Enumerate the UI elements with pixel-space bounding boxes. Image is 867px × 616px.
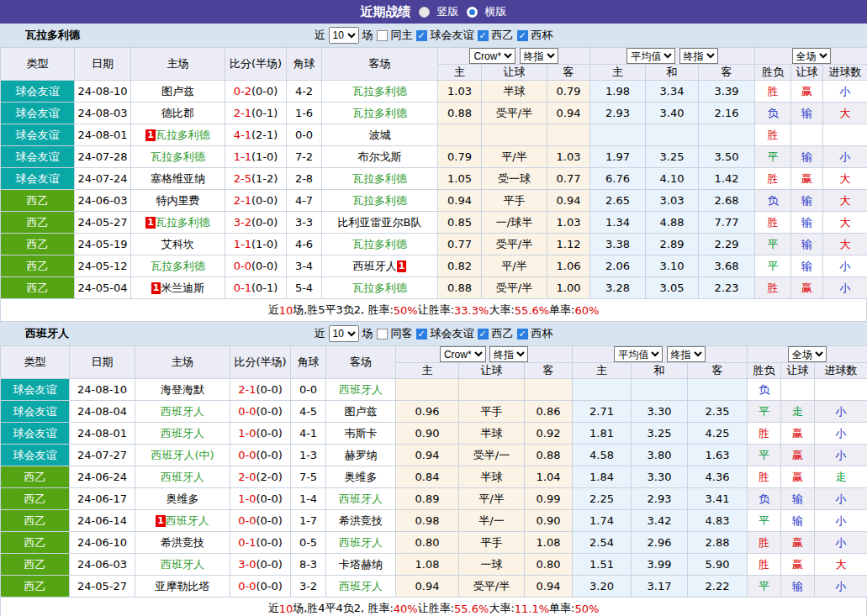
fulltime-score: 4-1 [234,129,251,141]
horizontal-layout-label: 横版 [485,4,507,19]
col-avg-home: 主 [573,363,632,379]
friendly-checkbox[interactable] [416,30,427,41]
summary-text: 55.6% [515,304,549,317]
cell-away: 波城 [322,124,438,146]
cell-date: 24-06-17 [70,488,135,510]
cell-avg: 3.41 [688,488,748,510]
laliga2-checkbox[interactable] [478,30,489,41]
cell-corner: 8-3 [291,554,326,576]
same-venue-checkbox[interactable] [377,30,388,41]
cell-avg [590,124,646,146]
summary-text: 场,胜4平4负2, 胜率: [293,601,394,616]
cell-odds: 1.05 [438,168,482,190]
team-label: 瓦拉多利德 [352,194,407,207]
cell-odds: 0.88 [525,445,573,466]
average-select[interactable]: 平均值 [614,346,663,362]
bookmaker-select[interactable]: Crow* [469,48,515,64]
recent-count-select[interactable]: 10 [329,27,359,44]
cell-odds: 0.85 [438,212,482,234]
cell-odds: 0.98 [396,510,459,532]
fullmatch-select[interactable]: 全场 [788,346,827,362]
cell-date: 24-07-28 [75,146,131,168]
friendly-checkbox[interactable] [416,329,427,340]
team-label: 西班牙人 [339,383,383,396]
col-result: 胜负 [755,65,791,81]
avg-stage-select[interactable]: 终指 [679,48,718,64]
cell-result [781,379,815,401]
fulltime-score: 2-1 [238,383,256,396]
cell-avg: 1.51 [573,554,632,576]
cell-result: 小 [823,81,867,103]
cell-avg: 4.88 [646,212,699,234]
bookmaker-select[interactable]: Crow* [440,346,486,362]
cup-checkbox[interactable] [517,329,528,340]
fulltime-score: 0-1 [238,536,256,549]
fulltime-score: 0-1 [234,282,251,294]
summary-text: 单率: [549,601,574,616]
average-select[interactable]: 平均值 [626,48,675,64]
same-venue-checkbox[interactable] [377,329,388,340]
cell-odds: 受平/半 [482,277,547,299]
cell-score: 2-1(0-0) [230,379,291,401]
horizontal-layout-radio[interactable] [467,7,478,18]
cell-odds: 一/球半 [482,212,547,234]
summary-text: 50% [574,603,599,615]
halftime-score: (0-0) [251,216,278,229]
fulltime-score: 2-1 [234,107,251,119]
cell-result: 大 [823,212,867,234]
cell-result: 胜 [748,466,781,488]
team-label: 图卢兹 [345,405,378,418]
halftime-score: (0-0) [256,514,282,527]
laliga2-checkbox[interactable] [478,329,489,340]
halftime-score: (0-0) [256,383,282,396]
match-row: 西乙24-05-27亚摩勒比塔0-0(0-0)3-2西班牙人0.94受平/半0.… [1,576,867,598]
match-row: 球会友谊24-08-03德比郡2-1(0-1)1-6瓦拉多利德0.88受平/半0… [1,103,867,124]
cell-odds: 1.12 [547,234,590,255]
cell-corner: 1-3 [291,445,326,466]
cell-score: 1-0(0-0) [230,423,291,445]
cell-odds: 0.94 [525,576,573,598]
odds-stage-select[interactable]: 终指 [489,346,528,362]
red-count-badge: 1 [145,217,156,229]
match-row: 西乙24-05-12瓦拉多利德0-0(0-0)3-4西班牙人10.82平/半1.… [1,255,867,277]
radio-dot-icon [469,9,475,15]
col-date: 日期 [70,346,135,379]
cell-league: 西乙 [1,277,75,299]
col-away: 客场 [322,48,438,81]
team-label: 瓦拉多利德 [352,85,407,97]
vertical-layout-radio[interactable] [419,7,430,18]
cell-date: 24-05-27 [75,212,131,234]
team-label: 瓦拉多利德 [151,260,205,272]
cell-home: 图卢兹 [131,81,225,103]
cell-date: 24-07-24 [75,168,131,190]
cell-score: 3-0(0-0) [230,554,291,576]
cell-avg: 3.68 [699,255,755,277]
cell-avg: 1.42 [699,168,755,190]
cell-corner: 5-4 [287,277,322,299]
col-odds-home: 主 [396,363,459,379]
cell-score: 0-0(0-0) [225,255,287,277]
cell-league: 西乙 [1,532,70,554]
cell-avg: 3.17 [632,576,688,598]
cell-date: 24-08-04 [70,401,135,423]
cell-avg: 2.93 [590,103,646,124]
col-avg-draw: 和 [632,363,688,379]
halftime-score: (0-1) [251,107,278,119]
cell-avg: 3.25 [632,423,688,445]
cell-result: 小 [815,423,867,445]
match-row: 西乙24-06-17奥维多1-0(0-0)1-4西班牙人0.89平/半0.992… [1,488,867,510]
cell-avg: 3.10 [646,255,699,277]
cup-checkbox[interactable] [517,30,528,41]
recent-count-select[interactable]: 10 [329,325,359,342]
cell-result: 负 [748,488,781,510]
fullmatch-select[interactable]: 全场 [792,48,831,64]
cell-league: 西乙 [1,466,70,488]
halftime-score: (0-0) [251,194,278,207]
summary-text: 55.6% [454,603,489,615]
cell-result: 大 [823,234,867,255]
summary-text: 大率: [489,303,514,318]
avg-stage-select[interactable]: 终指 [667,346,706,362]
odds-stage-select[interactable]: 终指 [520,48,558,64]
cell-away: 西班牙人 [326,576,396,598]
fulltime-score: 1-0 [238,427,256,440]
